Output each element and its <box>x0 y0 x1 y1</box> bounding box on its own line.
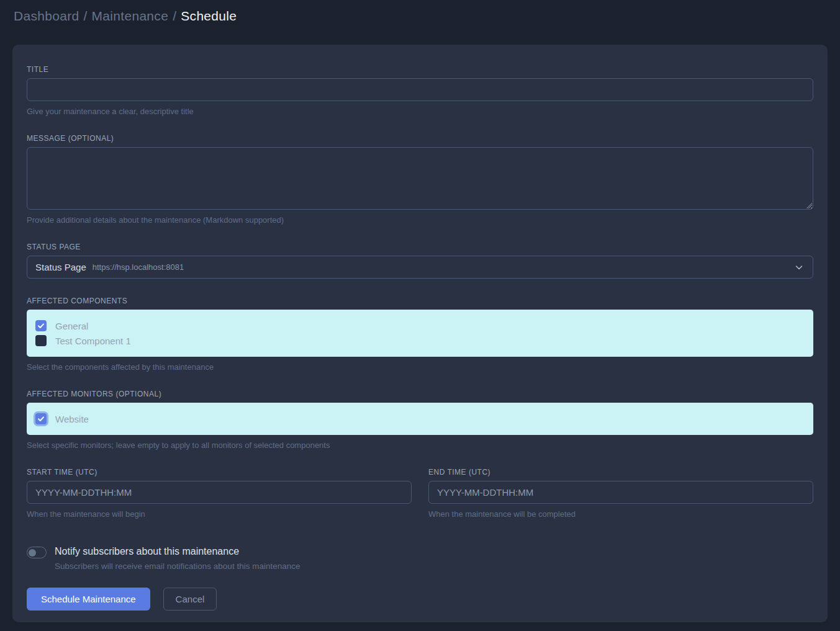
title-section: TITLE Give your maintenance a clear, des… <box>27 65 813 116</box>
affected-components-panel: General Test Component 1 <box>27 310 813 357</box>
notify-label: Notify subscribers about this maintenanc… <box>55 545 300 558</box>
end-time-helper: When the maintenance will be completed <box>428 509 813 519</box>
component-option-general[interactable]: General <box>35 318 805 333</box>
status-page-label: STATUS PAGE <box>27 243 813 251</box>
title-input[interactable] <box>27 78 813 101</box>
chevron-down-icon <box>794 262 804 272</box>
affected-monitors-label: AFFECTED MONITORS (OPTIONAL) <box>27 390 813 398</box>
schedule-maintenance-button[interactable]: Schedule Maintenance <box>27 588 150 611</box>
breadcrumb-separator: / <box>173 9 176 23</box>
affected-components-label: AFFECTED COMPONENTS <box>27 297 813 305</box>
checkbox-general[interactable] <box>35 320 47 331</box>
breadcrumb-current-schedule: Schedule <box>181 9 237 23</box>
time-section: START TIME (UTC) When the maintenance wi… <box>27 468 813 519</box>
affected-components-helper: Select the components affected by this m… <box>27 362 813 372</box>
breadcrumb-maintenance[interactable]: Maintenance <box>92 9 169 23</box>
component-option-label: Test Component 1 <box>55 336 131 346</box>
breadcrumb-separator: / <box>83 9 87 23</box>
cancel-button[interactable]: Cancel <box>163 588 217 611</box>
status-page-section: STATUS PAGE Status Page https://hsp.loca… <box>27 243 813 279</box>
monitor-option-website[interactable]: Website <box>35 411 805 426</box>
status-page-select[interactable]: Status Page https://hsp.localhost:8081 <box>27 256 813 279</box>
checkbox-test-component-1[interactable] <box>35 335 47 346</box>
message-textarea[interactable] <box>27 147 813 210</box>
monitor-option-label: Website <box>55 414 89 424</box>
toggle-knob <box>29 549 36 557</box>
checkmark-icon <box>37 322 45 329</box>
start-time-field: START TIME (UTC) When the maintenance wi… <box>27 468 412 519</box>
top-header: Dashboard/Maintenance/Schedule <box>0 0 840 45</box>
notify-text-block: Notify subscribers about this maintenanc… <box>55 545 300 571</box>
checkmark-icon <box>37 415 45 423</box>
message-label: MESSAGE (OPTIONAL) <box>27 134 813 143</box>
start-time-input[interactable] <box>27 481 412 504</box>
status-page-selected-name: Status Page <box>35 262 86 272</box>
notify-section: Notify subscribers about this maintenanc… <box>27 545 813 571</box>
message-section: MESSAGE (OPTIONAL) Provide additional de… <box>27 134 813 225</box>
end-time-label: END TIME (UTC) <box>428 468 813 477</box>
breadcrumb: Dashboard/Maintenance/Schedule <box>14 7 826 25</box>
title-helper: Give your maintenance a clear, descripti… <box>27 107 813 116</box>
checkbox-website[interactable] <box>35 413 47 424</box>
affected-monitors-helper: Select specific monitors; leave empty to… <box>27 441 813 450</box>
status-page-selected-url: https://hsp.localhost:8081 <box>93 262 184 272</box>
schedule-maintenance-form-card: TITLE Give your maintenance a clear, des… <box>12 45 828 622</box>
affected-components-section: AFFECTED COMPONENTS General Test Compone… <box>27 297 813 372</box>
start-time-helper: When the maintenance will begin <box>27 509 412 519</box>
message-helper: Provide additional details about the mai… <box>27 215 813 225</box>
notify-subscribers-toggle[interactable] <box>27 547 47 558</box>
affected-monitors-panel: Website <box>27 403 813 435</box>
notify-helper: Subscribers will receive email notificat… <box>55 562 300 571</box>
affected-monitors-section: AFFECTED MONITORS (OPTIONAL) Website Sel… <box>27 390 813 450</box>
component-option-test-component-1[interactable]: Test Component 1 <box>35 333 805 348</box>
component-option-label: General <box>55 321 88 331</box>
title-label: TITLE <box>27 65 813 74</box>
end-time-input[interactable] <box>428 481 813 504</box>
breadcrumb-dashboard[interactable]: Dashboard <box>14 9 79 23</box>
end-time-field: END TIME (UTC) When the maintenance will… <box>428 468 813 519</box>
form-actions: Schedule Maintenance Cancel <box>27 588 813 611</box>
start-time-label: START TIME (UTC) <box>27 468 412 477</box>
